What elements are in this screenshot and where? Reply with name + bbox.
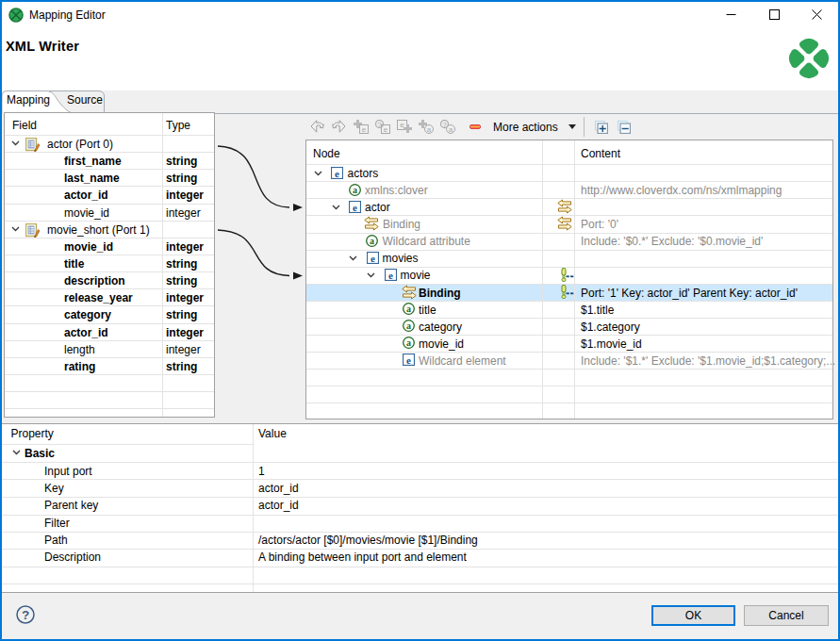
svg-text:a: a — [449, 125, 453, 134]
svg-text:e: e — [371, 253, 375, 264]
svg-text:a: a — [406, 320, 411, 331]
svg-text:a: a — [406, 337, 411, 348]
svg-text:e: e — [362, 125, 367, 134]
svg-text:?: ? — [22, 608, 29, 622]
svg-text:a: a — [353, 185, 357, 195]
svg-text:a: a — [427, 125, 432, 134]
svg-text:e: e — [406, 354, 411, 366]
svg-text:e: e — [335, 168, 339, 179]
svg-text:e: e — [384, 125, 388, 134]
svg-text:e: e — [353, 202, 357, 213]
svg-text:a: a — [406, 304, 411, 314]
svg-text:a: a — [370, 236, 374, 246]
svg-text:e: e — [388, 270, 393, 281]
